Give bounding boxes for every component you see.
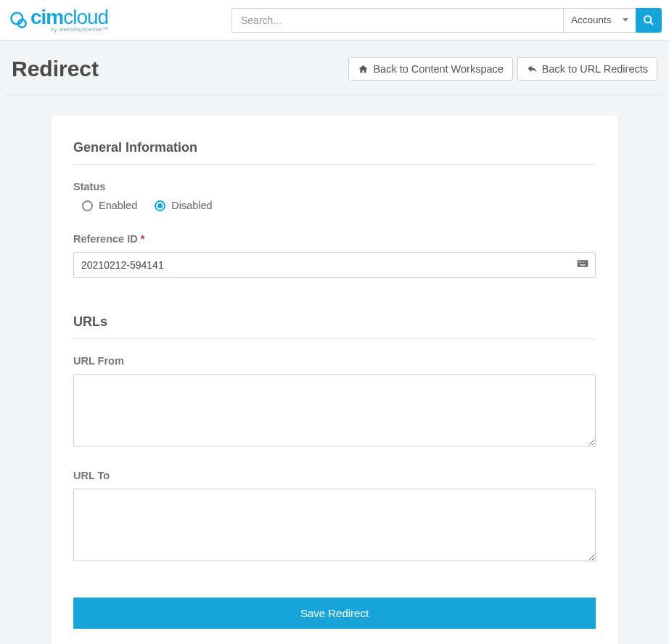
section-urls-title: URLs	[73, 314, 596, 339]
logo-icon	[9, 10, 29, 30]
back-url-label: Back to URL Redirects	[542, 63, 648, 75]
back-content-label: Back to Content Workspace	[373, 63, 503, 75]
form-panel: General Information Status Enabled Disab…	[52, 115, 617, 644]
page-header: Redirect Back to Content Workspace Back …	[4, 41, 665, 95]
search-button[interactable]	[636, 8, 662, 33]
reference-id-label: Reference ID*	[73, 233, 596, 245]
home-icon	[358, 64, 369, 74]
radio-icon	[155, 200, 165, 211]
search-input[interactable]	[231, 8, 563, 33]
status-disabled-label: Disabled	[171, 200, 212, 211]
logo-text: cimcloud	[30, 7, 108, 28]
status-label: Status	[73, 181, 596, 192]
save-redirect-button[interactable]: Save Redirect	[73, 598, 596, 629]
svg-point-2	[644, 16, 651, 23]
svg-point-0	[12, 12, 23, 24]
status-disabled-option[interactable]: Disabled	[155, 200, 212, 211]
url-from-input[interactable]	[73, 374, 596, 447]
url-from-label: URL From	[73, 355, 596, 367]
svg-line-3	[650, 22, 653, 25]
reference-id-input[interactable]	[73, 252, 596, 278]
back-url-redirects-button[interactable]: Back to URL Redirects	[517, 57, 657, 81]
search-scope-label: Accounts	[571, 15, 612, 25]
status-radio-group: Enabled Disabled	[82, 200, 596, 211]
keyboard-icon	[577, 258, 588, 272]
url-to-label: URL To	[73, 470, 596, 481]
search-bar: Accounts	[231, 8, 662, 33]
chevron-down-icon	[623, 18, 628, 22]
search-icon	[643, 15, 654, 26]
svg-rect-5	[579, 261, 580, 262]
top-bar: cimcloud by websitepipeline™ Accounts	[0, 0, 669, 41]
status-enabled-label: Enabled	[99, 200, 137, 211]
radio-icon	[82, 200, 93, 211]
svg-rect-6	[580, 261, 581, 262]
svg-rect-7	[583, 261, 583, 262]
page-title: Redirect	[12, 57, 99, 81]
section-general-title: General Information	[73, 140, 596, 165]
svg-rect-8	[585, 261, 586, 262]
search-scope-select[interactable]: Accounts	[563, 8, 636, 33]
url-to-input[interactable]	[73, 489, 596, 561]
svg-rect-4	[578, 260, 588, 266]
logo[interactable]: cimcloud by websitepipeline™	[9, 7, 108, 33]
svg-rect-9	[580, 264, 586, 265]
status-enabled-option[interactable]: Enabled	[82, 200, 137, 211]
back-content-workspace-button[interactable]: Back to Content Workspace	[348, 57, 512, 81]
reply-icon	[527, 64, 538, 74]
